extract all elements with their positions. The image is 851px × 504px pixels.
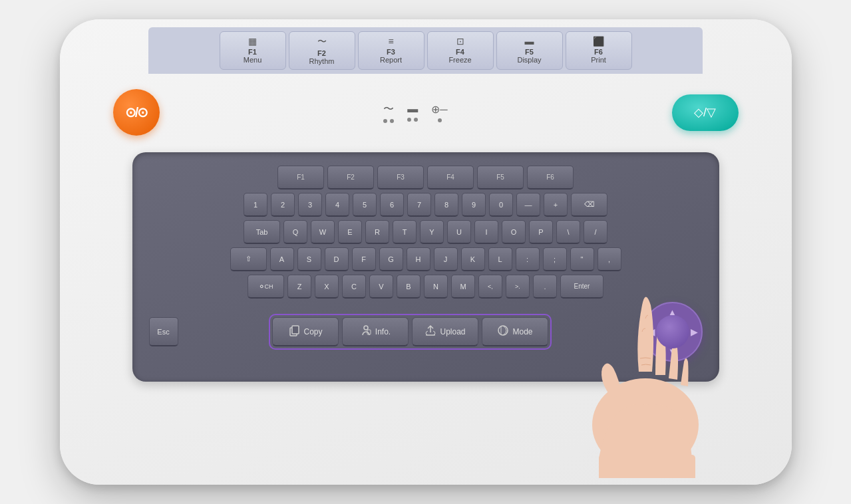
fn-key-f4[interactable]: ⊡ F4 Freeze bbox=[427, 31, 494, 70]
key-e[interactable]: E bbox=[338, 220, 362, 244]
key-tab[interactable]: Tab bbox=[244, 220, 280, 244]
svg-point-5 bbox=[592, 378, 699, 471]
key-f1[interactable]: F1 bbox=[277, 166, 324, 189]
key-k[interactable]: K bbox=[461, 247, 485, 271]
key-upload[interactable]: Upload bbox=[412, 317, 478, 346]
keyboard-row-qwerty: Tab Q W E R T Y U I O P \ / bbox=[149, 220, 703, 244]
teal-button[interactable]: ◇/▽ bbox=[672, 94, 739, 131]
key-5[interactable]: 5 bbox=[353, 193, 377, 217]
key-8[interactable]: 8 bbox=[434, 193, 458, 217]
key-u[interactable]: U bbox=[447, 220, 471, 244]
key-info[interactable]: Info. bbox=[342, 317, 409, 346]
key-f[interactable]: F bbox=[352, 247, 376, 271]
key-o[interactable]: O bbox=[502, 220, 526, 244]
key-f4[interactable]: F4 bbox=[427, 166, 474, 189]
key-mode[interactable]: Mode bbox=[482, 317, 548, 346]
f6-label: Print bbox=[591, 56, 606, 64]
key-l[interactable]: L bbox=[488, 247, 512, 271]
key-d[interactable]: D bbox=[325, 247, 349, 271]
key-z[interactable]: Z bbox=[287, 275, 311, 299]
key-1[interactable]: 1 bbox=[244, 193, 267, 217]
key-f2[interactable]: F2 bbox=[327, 166, 374, 189]
key-4[interactable]: 4 bbox=[325, 193, 349, 217]
fn-key-f3[interactable]: ≡ F3 Report bbox=[358, 31, 425, 70]
dot-1 bbox=[383, 119, 387, 123]
dpad-center[interactable] bbox=[656, 315, 689, 348]
key-backspace[interactable]: ⌫ bbox=[571, 193, 607, 217]
fn-key-f5[interactable]: ▬ F5 Display bbox=[496, 31, 563, 70]
f2-label: Rhythm bbox=[309, 57, 335, 65]
dot-2 bbox=[390, 119, 394, 123]
orange-button[interactable]: ⊙/⊙ bbox=[113, 89, 160, 136]
indicator-wave: 〜 bbox=[383, 102, 394, 123]
svg-point-2 bbox=[364, 326, 368, 330]
key-f3[interactable]: F3 bbox=[377, 166, 424, 189]
key-h[interactable]: H bbox=[407, 247, 430, 271]
orange-button-icon: ⊙/⊙ bbox=[125, 104, 148, 120]
dot-5 bbox=[438, 118, 442, 122]
key-b[interactable]: B bbox=[397, 275, 421, 299]
key-quote[interactable]: " bbox=[570, 247, 594, 271]
key-3[interactable]: 3 bbox=[298, 193, 322, 217]
key-f5[interactable]: F5 bbox=[477, 166, 524, 189]
key-lt[interactable]: <, bbox=[478, 275, 502, 299]
key-0[interactable]: 0 bbox=[489, 193, 513, 217]
key-n[interactable]: N bbox=[424, 275, 448, 299]
f1-num: F1 bbox=[248, 48, 257, 56]
f6-num: F6 bbox=[594, 48, 603, 56]
key-y[interactable]: Y bbox=[420, 220, 444, 244]
key-x[interactable]: X bbox=[315, 275, 339, 299]
fn-key-f6[interactable]: ⬛ F6 Print bbox=[566, 31, 632, 70]
key-m[interactable]: M bbox=[451, 275, 475, 299]
key-c[interactable]: C bbox=[342, 275, 366, 299]
dpad-left[interactable]: ◀ bbox=[648, 327, 655, 337]
dpad[interactable]: ▲ ▼ ◀ ▶ bbox=[643, 302, 703, 362]
key-semicolon[interactable]: ; bbox=[543, 247, 567, 271]
fn-key-f2[interactable]: 〜 F2 Rhythm bbox=[289, 31, 355, 70]
device-wrapper: ▦ F1 Menu 〜 F2 Rhythm ≡ F3 Report ⊡ F4 F… bbox=[60, 19, 792, 485]
key-p[interactable]: P bbox=[529, 220, 553, 244]
key-enter[interactable]: Enter bbox=[560, 275, 603, 299]
key-s[interactable]: S bbox=[297, 247, 321, 271]
key-ch[interactable]: ⭘CH bbox=[248, 275, 284, 299]
f5-num: F5 bbox=[525, 48, 534, 56]
key-9[interactable]: 9 bbox=[462, 193, 486, 217]
key-slash[interactable]: / bbox=[584, 220, 607, 244]
key-v[interactable]: V bbox=[369, 275, 393, 299]
dpad-outer[interactable]: ▲ ▼ ◀ ▶ bbox=[643, 302, 703, 362]
key-i[interactable]: I bbox=[474, 220, 498, 244]
keyboard-section: F1 F2 F3 F4 F5 F6 1 2 3 4 5 6 7 8 9 0 — bbox=[132, 152, 719, 382]
key-a[interactable]: A bbox=[270, 247, 294, 271]
key-esc[interactable]: Esc bbox=[149, 317, 178, 346]
key-period[interactable]: . bbox=[533, 275, 557, 299]
key-w[interactable]: W bbox=[311, 220, 335, 244]
key-comma-alt[interactable]: , bbox=[597, 247, 621, 271]
key-colon[interactable]: : bbox=[516, 247, 540, 271]
key-f6[interactable]: F6 bbox=[527, 166, 574, 189]
key-backslash[interactable]: \ bbox=[556, 220, 580, 244]
key-7[interactable]: 7 bbox=[407, 193, 431, 217]
keyboard-row-asdf: ⇧ A S D F G H J K L : ; " , bbox=[149, 247, 703, 271]
key-t[interactable]: T bbox=[393, 220, 417, 244]
keyboard-row-zxcv: ⭘CH Z X C V B N M <, >. . Enter bbox=[149, 275, 703, 299]
top-function-bar: ▦ F1 Menu 〜 F2 Rhythm ≡ F3 Report ⊡ F4 F… bbox=[148, 27, 703, 74]
key-g[interactable]: G bbox=[379, 247, 403, 271]
dpad-right[interactable]: ▶ bbox=[691, 327, 697, 337]
key-j[interactable]: J bbox=[434, 247, 458, 271]
f1-label: Menu bbox=[244, 56, 262, 64]
key-r[interactable]: R bbox=[365, 220, 389, 244]
key-6[interactable]: 6 bbox=[380, 193, 404, 217]
keyboard-row-bottom: Esc Copy bbox=[149, 302, 703, 362]
key-shift[interactable]: ⇧ bbox=[230, 247, 267, 271]
key-minus[interactable]: — bbox=[516, 193, 540, 217]
f3-num: F3 bbox=[387, 48, 395, 56]
key-gt[interactable]: >. bbox=[506, 275, 530, 299]
key-copy[interactable]: Copy bbox=[272, 317, 339, 346]
f4-label: Freeze bbox=[448, 56, 471, 64]
key-q[interactable]: Q bbox=[283, 220, 307, 244]
key-plus[interactable]: + bbox=[544, 193, 568, 217]
fn-key-f1[interactable]: ▦ F1 Menu bbox=[220, 31, 286, 70]
key-2[interactable]: 2 bbox=[271, 193, 295, 217]
f5-icon: ▬ bbox=[525, 36, 534, 47]
keyboard-row-numbers: 1 2 3 4 5 6 7 8 9 0 — + ⌫ bbox=[149, 193, 703, 217]
